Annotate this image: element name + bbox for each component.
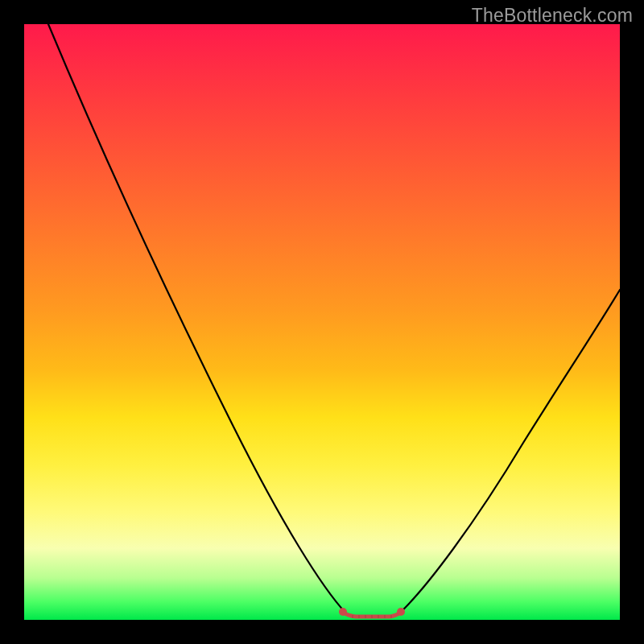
valley-ticks	[353, 615, 391, 618]
watermark-text: TheBottleneck.com	[472, 5, 633, 27]
chart-svg	[24, 24, 620, 620]
curve-right	[399, 290, 620, 613]
valley-dot-left	[339, 608, 347, 616]
curve-left	[48, 24, 346, 613]
chart-frame: TheBottleneck.com	[0, 0, 644, 644]
valley-dot-right	[397, 608, 405, 616]
